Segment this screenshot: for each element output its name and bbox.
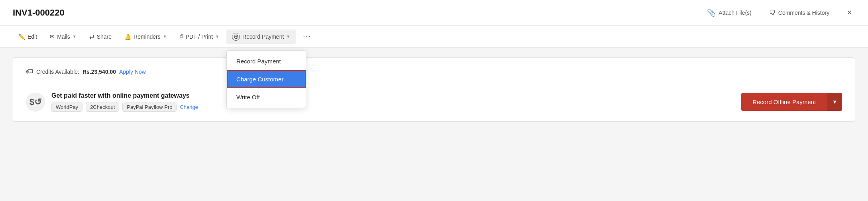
dropdown-charge-customer-item[interactable]: Charge Customer [227,70,306,88]
mails-label: Mails [57,34,70,40]
gateway-text: Get paid faster with online payment gate… [51,92,198,112]
pdf-print-label: PDF / Print [186,34,213,40]
content-card: 🏷 Credits Available: Rs.23,540.00 Apply … [13,57,855,122]
comments-history-label: Comments & History [778,10,829,16]
gateway-tags: WorldPay 2Checkout PayPal Payflow Pro Ch… [51,102,198,112]
gateway-left: $↺ Get paid faster with online payment g… [26,92,198,112]
dropdown-charge-customer-label: Charge Customer [236,76,283,83]
main-content: 🏷 Credits Available: Rs.23,540.00 Apply … [0,48,868,131]
dropdown-write-off-label: Write Off [236,94,260,100]
share-button[interactable]: ⇄ Share [84,30,117,43]
edit-button[interactable]: ✏️ Edit [13,30,43,43]
edit-label: Edit [27,34,37,40]
reminders-button[interactable]: 🔔 Reminders ▼ [119,30,173,43]
header-actions: 📎 Attach File(s) 🗨 Comments & History × [704,6,855,20]
toolbar: ✏️ Edit ✉ Mails ▼ ⇄ Share 🔔 Reminders ▼ … [0,26,868,48]
attach-files-label: Attach File(s) [719,10,751,16]
invoice-title: INV1-000220 [13,8,65,18]
record-offline-dropdown-button[interactable]: ▼ [827,93,842,111]
share-label: Share [97,34,112,40]
record-payment-arrow-icon: ▼ [286,34,290,39]
credits-amount: Rs.23,540.00 [82,69,116,75]
paperclip-icon: 📎 [707,8,716,17]
comment-icon: 🗨 [769,9,776,16]
gateway-title: Get paid faster with online payment gate… [51,92,198,99]
credits-label: Credits Available: [36,69,79,75]
mails-button[interactable]: ✉ Mails ▼ [44,30,82,43]
change-link[interactable]: Change [180,104,198,110]
record-payment-button[interactable]: ⊕ Record Payment ▼ [226,30,296,44]
pdf-print-button[interactable]: ⎙ PDF / Print ▼ [174,30,225,43]
edit-icon: ✏️ [18,34,25,40]
comments-history-button[interactable]: 🗨 Comments & History [766,7,833,19]
dollar-cycle-icon: $↺ [29,97,41,107]
record-offline-arrow-icon: ▼ [832,99,837,105]
pdf-arrow-icon: ▼ [215,34,219,39]
worldpay-tag: WorldPay [51,102,82,112]
dropdown-write-off-item[interactable]: Write Off [227,88,306,106]
2checkout-tag: 2Checkout [86,102,119,112]
credits-row: 🏷 Credits Available: Rs.23,540.00 Apply … [26,67,842,84]
app-container: INV1-000220 📎 Attach File(s) 🗨 Comments … [0,0,868,201]
record-payment-icon: ⊕ [232,33,240,41]
bell-icon: 🔔 [124,34,131,40]
record-offline-container: Record Offline Payment ▼ [741,93,842,111]
record-payment-label: Record Payment [242,34,284,40]
dropdown-record-payment-label: Record Payment [236,58,281,65]
gateway-icon: $↺ [26,93,45,112]
record-offline-payment-button[interactable]: Record Offline Payment [741,93,827,111]
reminders-arrow-icon: ▼ [163,34,167,39]
header-bar: INV1-000220 📎 Attach File(s) 🗨 Comments … [0,0,868,26]
apply-now-link[interactable]: Apply Now [119,69,146,75]
record-payment-dropdown: Record Payment Charge Customer Write Off [226,50,306,108]
dropdown-record-payment-item[interactable]: Record Payment [227,52,306,70]
close-button[interactable]: × [844,7,855,19]
mail-icon: ✉ [50,34,55,40]
attach-files-button[interactable]: 📎 Attach File(s) [704,6,754,20]
record-payment-wrapper: ⊕ Record Payment ▼ Record Payment Charge… [226,30,296,44]
more-options-button[interactable]: ··· [297,29,317,44]
more-options-icon: ··· [303,32,311,41]
reminders-label: Reminders [134,34,161,40]
paypal-tag: PayPal Payflow Pro [122,102,177,112]
pdf-icon: ⎙ [180,33,183,40]
credits-icon: 🏷 [26,67,33,76]
share-icon: ⇄ [89,33,94,40]
payment-gateway-row: $↺ Get paid faster with online payment g… [26,92,842,112]
mails-arrow-icon: ▼ [73,34,77,39]
